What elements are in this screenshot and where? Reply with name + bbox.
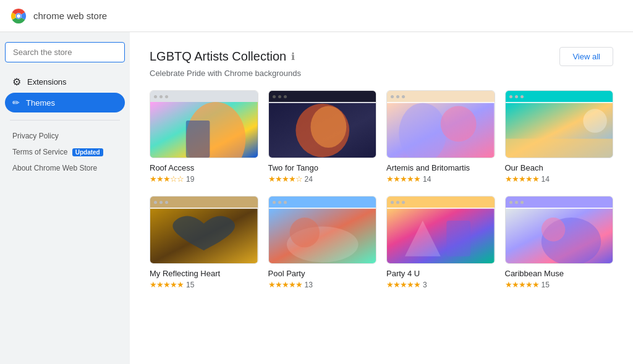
theme-thumbnail-our-beach xyxy=(505,90,614,158)
theme-card-artemis[interactable]: Artemis and Britomartis ★★★★★ 14 xyxy=(386,90,495,184)
content-area: LGBTQ Artists Collection ℹ View all Cele… xyxy=(130,32,633,364)
dot xyxy=(391,201,394,204)
dot xyxy=(154,201,157,204)
svg-point-12 xyxy=(441,106,477,142)
dot xyxy=(396,95,399,98)
info-icon[interactable]: ℹ xyxy=(291,51,295,62)
dot xyxy=(509,201,512,204)
chrome-logo-icon xyxy=(10,7,27,25)
theme-thumbnail-reflecting-heart xyxy=(150,196,258,264)
dot xyxy=(284,95,287,98)
theme-rating-caribbean-muse: ★★★★★ 15 xyxy=(505,280,614,289)
dot xyxy=(520,95,524,98)
theme-card-our-beach[interactable]: Our Beach ★★★★★ 14 xyxy=(505,90,614,184)
sidebar-divider xyxy=(10,120,120,121)
stars-artemis: ★★★★★ xyxy=(386,174,420,184)
logo-group: chrome web store xyxy=(10,7,107,25)
stars-two-for-tango: ★★★★☆ xyxy=(268,174,302,184)
privacy-policy-link[interactable]: Privacy Policy xyxy=(5,128,125,144)
sidebar-item-extensions[interactable]: ⚙ Extensions xyxy=(5,71,125,93)
svg-rect-22 xyxy=(446,221,470,256)
svg-point-9 xyxy=(310,106,346,147)
dot xyxy=(165,201,168,204)
dot xyxy=(159,201,163,204)
theme-card-two-for-tango[interactable]: Two for Tango ★★★★☆ 24 xyxy=(268,90,377,184)
stars-party4u: ★★★★★ xyxy=(386,280,420,289)
svg-point-3 xyxy=(17,14,20,18)
theme-rating-our-beach: ★★★★★ 14 xyxy=(505,174,614,184)
sidebar-item-extensions-label: Extensions xyxy=(27,77,67,87)
theme-thumbnail-roof-access xyxy=(150,90,258,158)
count-pool-party: 13 xyxy=(305,281,313,289)
theme-rating-two-for-tango: ★★★★☆ 24 xyxy=(268,174,377,184)
stars-caribbean-muse: ★★★★★ xyxy=(505,280,539,289)
thumb-bg xyxy=(387,208,495,264)
stars-reflecting-heart: ★★★★★ xyxy=(150,280,184,289)
theme-name-caribbean-muse: Caribbean Muse xyxy=(505,269,614,278)
svg-point-25 xyxy=(541,218,565,242)
dot xyxy=(273,95,276,98)
collection-subtitle: Celebrate Pride with Chrome backgrounds xyxy=(150,69,613,78)
thumb-bg xyxy=(269,208,376,264)
dot xyxy=(402,95,405,98)
theme-rating-pool-party: ★★★★★ 13 xyxy=(268,280,377,289)
dot xyxy=(278,201,281,204)
theme-card-party4u[interactable]: Party 4 U ★★★★★ 3 xyxy=(386,196,495,289)
theme-card-reflecting-heart[interactable]: My Reflecting Heart ★★★★★ 15 xyxy=(150,196,258,289)
app-title: chrome web store xyxy=(33,11,107,21)
theme-name-pool-party: Pool Party xyxy=(268,269,377,278)
theme-card-roof-access[interactable]: Roof Access ★★★☆☆ 19 xyxy=(150,90,258,184)
theme-card-caribbean-muse[interactable]: Caribbean Muse ★★★★★ 15 xyxy=(505,196,614,289)
dot xyxy=(515,201,518,204)
search-input[interactable] xyxy=(5,42,125,62)
thumb-bg xyxy=(150,102,258,158)
collection-header: LGBTQ Artists Collection ℹ View all xyxy=(150,47,613,66)
theme-name-party4u: Party 4 U xyxy=(386,269,495,278)
sidebar: ⚙ Extensions ✏ Themes Privacy Policy Ter… xyxy=(0,32,130,364)
collection-title: LGBTQ Artists Collection xyxy=(150,49,286,64)
count-caribbean-muse: 15 xyxy=(542,281,550,289)
themes-icon: ✏ xyxy=(12,98,20,108)
dot xyxy=(391,95,394,98)
dot xyxy=(396,201,399,204)
stars-roof-access: ★★★☆☆ xyxy=(150,174,184,184)
svg-rect-6 xyxy=(186,121,210,158)
view-all-button[interactable]: View all xyxy=(559,47,613,66)
theme-thumbnail-pool-party xyxy=(268,196,377,264)
sidebar-item-themes[interactable]: ✏ Themes xyxy=(5,93,125,112)
terms-of-service-link[interactable]: Terms of Service Updated xyxy=(5,144,125,160)
svg-rect-14 xyxy=(506,138,613,158)
dot xyxy=(273,201,276,204)
count-roof-access: 19 xyxy=(186,175,194,184)
thumb-bg xyxy=(506,102,613,158)
theme-thumbnail-two-for-tango xyxy=(268,90,377,158)
dot xyxy=(278,95,281,98)
dot xyxy=(509,95,512,98)
count-our-beach: 14 xyxy=(542,175,550,184)
dot xyxy=(515,95,518,98)
svg-point-15 xyxy=(583,109,607,133)
dot xyxy=(165,95,168,98)
stars-pool-party: ★★★★★ xyxy=(268,280,302,289)
thumb-bg xyxy=(269,102,376,158)
svg-point-19 xyxy=(289,218,319,247)
theme-rating-party4u: ★★★★★ 3 xyxy=(386,280,495,289)
thumb-bg xyxy=(387,102,495,158)
dot xyxy=(159,95,163,98)
dot xyxy=(520,201,524,204)
theme-thumbnail-artemis xyxy=(386,90,495,158)
theme-name-our-beach: Our Beach xyxy=(505,163,614,172)
updated-badge: Updated xyxy=(72,148,103,156)
extensions-icon: ⚙ xyxy=(12,76,21,88)
count-reflecting-heart: 15 xyxy=(186,281,194,289)
count-two-for-tango: 24 xyxy=(305,175,313,184)
theme-rating-artemis: ★★★★★ 14 xyxy=(386,174,495,184)
svg-rect-20 xyxy=(387,209,495,264)
theme-rating-reflecting-heart: ★★★★★ 15 xyxy=(150,280,258,289)
about-link[interactable]: About Chrome Web Store xyxy=(5,160,125,176)
theme-name-reflecting-heart: My Reflecting Heart xyxy=(150,269,258,278)
count-artemis: 14 xyxy=(423,175,431,184)
theme-card-pool-party[interactable]: Pool Party ★★★★★ 13 xyxy=(268,196,377,289)
theme-name-two-for-tango: Two for Tango xyxy=(268,163,377,172)
thumb-bg xyxy=(506,208,613,264)
